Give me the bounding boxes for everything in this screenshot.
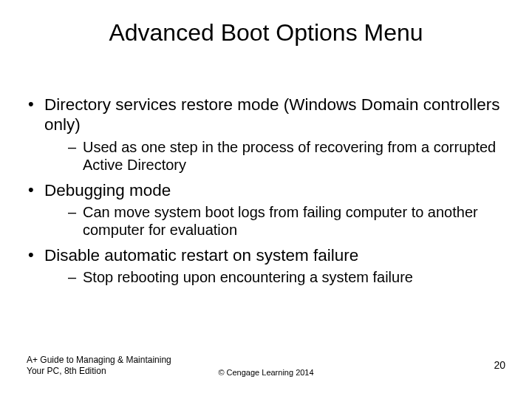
sub-bullet-item: Can move system boot logs from failing c… [68,203,505,239]
sub-bullet-text: Stop rebooting upon encountering a syste… [83,269,413,285]
slide-title: Advanced Boot Options Menu [0,19,532,47]
footer-book-title-line1: A+ Guide to Managing & Maintaining [27,355,171,365]
bullet-item: Disable automatic restart on system fail… [27,245,505,287]
bullet-text: Debugging mode [44,181,171,200]
bullet-text: Disable automatic restart on system fail… [44,246,358,265]
bullet-list: Directory services restore mode (Windows… [27,95,505,287]
slide-content: Directory services restore mode (Windows… [27,95,505,293]
sub-bullet-list: Stop rebooting upon encountering a syste… [44,268,505,286]
sub-bullet-list: Can move system boot logs from failing c… [44,203,505,239]
sub-bullet-text: Used as one step in the process of recov… [83,139,496,173]
page-number: 20 [494,359,505,371]
bullet-item: Directory services restore mode (Windows… [27,95,505,174]
sub-bullet-text: Can move system boot logs from failing c… [83,204,478,238]
slide: Advanced Boot Options Menu Directory ser… [0,0,532,399]
footer-copyright: © Cengage Learning 2014 [0,368,532,377]
sub-bullet-item: Stop rebooting upon encountering a syste… [68,268,505,286]
sub-bullet-list: Used as one step in the process of recov… [44,138,505,174]
bullet-item: Debugging mode Can move system boot logs… [27,180,505,239]
sub-bullet-item: Used as one step in the process of recov… [68,138,505,174]
bullet-text: Directory services restore mode (Windows… [44,95,499,134]
